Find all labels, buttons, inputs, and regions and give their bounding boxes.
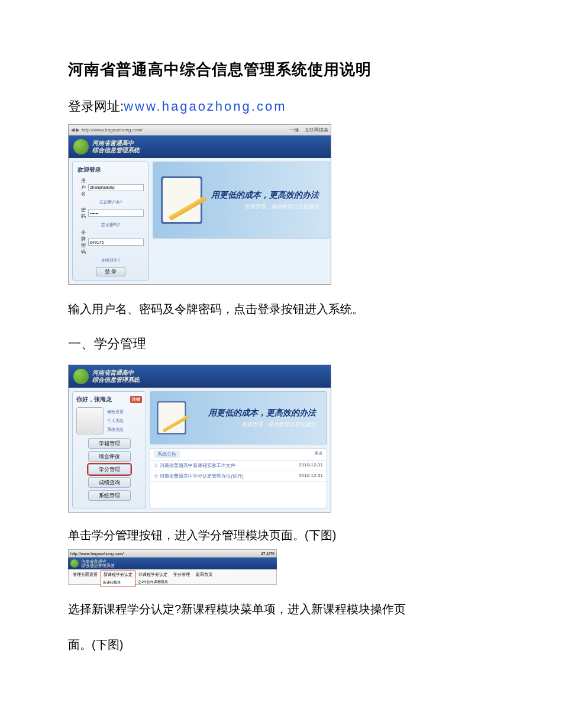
modify-settings-link[interactable]: 修改设置 (107, 409, 142, 415)
notice-link-2[interactable]: ☆ 河南省普通高中学分认定管理办法(试行) (154, 473, 244, 479)
slogan-sub-2: 资源管理，推动教育信息化建设 (208, 421, 316, 429)
login-url-link[interactable]: www.hagaozhong.com (124, 99, 286, 114)
app-title: 河南省普通高中 综合信息管理系统 (92, 140, 140, 154)
forgot-password-link[interactable]: 忘记密码? (77, 222, 144, 228)
login-screenshot: ◀ ▶ http://www.hagaozhong.com/ 一键… 互联网搜索… (68, 124, 331, 285)
app-body-2: 你好，张海龙 注销 修改设置 个人消息 系统消息 学籍管理 综合评价 学分管理 … (69, 388, 331, 512)
system-message-link[interactable]: 系统消息 (107, 427, 142, 433)
credit-management-button[interactable]: 学分管理 (88, 464, 131, 475)
student-status-button[interactable]: 学籍管理 (88, 438, 131, 449)
user-panel: 你好，张海龙 注销 修改设置 个人消息 系统消息 学籍管理 综合评价 学分管理 … (72, 391, 146, 508)
notice-more-link[interactable]: 更多 (315, 450, 323, 458)
personal-message-link[interactable]: 个人消息 (107, 418, 142, 424)
menu-credit-management[interactable]: 学分管理 (170, 571, 193, 579)
browser-bar-3: http://www.hagaozhong.com/ 47.4/79 (68, 549, 277, 558)
menu-return-home[interactable]: 返回首页 (193, 571, 215, 579)
menu-new-course-credit[interactable]: 新课程学分认定 (101, 571, 135, 579)
banner-2: 用更低的成本，更高效的办法 资源管理，推动教育信息化建设 (150, 391, 327, 444)
menu-management-settings[interactable]: 管理方面设置 (70, 571, 101, 579)
content-panel: 用更低的成本，更高效的办法 资源管理，推动教育信息化建设 系统公告 更多 ☆ 河… (150, 391, 327, 508)
app-title-2: 河南省普通高中 综合信息管理系统 (92, 369, 140, 384)
logo-icon (73, 139, 89, 154)
logout-button[interactable]: 注销 (130, 396, 142, 403)
app-body: 欢迎登录 用 户 名 忘记用户名? 密 码 忘记密码? 令牌密码 令牌找不? 登… (69, 158, 331, 284)
app-title-3: 河南省普通中 综合信息管理系统 (81, 559, 114, 568)
app-header-3: 河南省普通中 综合信息管理系统 (68, 558, 277, 569)
system-management-button[interactable]: 系统管理 (88, 490, 131, 501)
token-label: 令牌密码 (77, 229, 86, 255)
token-input[interactable] (88, 239, 144, 246)
login-url-label: 登录网址: (68, 99, 124, 114)
password-input[interactable] (88, 210, 144, 217)
notice-date-2: 2010-12-31 (299, 473, 323, 479)
avatar (76, 407, 104, 434)
instruction-2: 单击学分管理按钮，进入学分管理模块页面。(下图) (68, 526, 494, 545)
menu-non-course-credit[interactable]: 非课程学分认定 (135, 571, 170, 579)
logo-icon (73, 369, 89, 384)
slogan-sub: 资源管理，推动教育信息化建设 (211, 203, 319, 211)
username-label: 用 户 名 (77, 178, 86, 197)
notice-tab[interactable]: 系统公告 (154, 450, 180, 458)
notepad-icon (158, 173, 211, 227)
submenu-new-course-module[interactable]: 新课程模块 (103, 579, 133, 586)
section-1-title: 一、学分管理 (68, 335, 494, 353)
instruction-1: 输入用户名、密码及令牌密码，点击登录按钮进入系统。 (68, 299, 494, 318)
instruction-3a: 选择新课程学分认定?新课程模块菜单项，进入新课程模块操作页 (68, 600, 494, 619)
notice-panel: 系统公告 更多 ☆ 河南省普通高中新课程实验工作文件 2010-12-31 ☆ … (150, 448, 327, 508)
browser-right-3: 47.4/79 (261, 552, 274, 556)
password-label: 密 码 (77, 207, 86, 220)
banner: 用更低的成本，更高效的办法 资源管理，推动教育信息化建设 (153, 162, 330, 239)
notepad-icon (155, 400, 192, 437)
token-help-link[interactable]: 令牌找不? (77, 257, 144, 263)
login-url-line: 登录网址:www.hagaozhong.com (68, 98, 494, 115)
logo-icon (70, 559, 79, 568)
credit-management-screenshot: 河南省普通高中 综合信息管理系统 你好，张海龙 注销 修改设置 个人消息 系统消… (68, 365, 331, 513)
instruction-3b: 面。(下图) (68, 635, 494, 654)
score-query-button[interactable]: 成绩查询 (88, 477, 131, 488)
nav-icons: ◀ ▶ (71, 127, 79, 133)
app-header: 河南省普通高中 综合信息管理系统 (69, 136, 331, 158)
login-panel-title: 欢迎登录 (77, 166, 144, 174)
submenu-year-module: 之1年临年课程模块 (135, 579, 170, 585)
notice-item[interactable]: ☆ 河南省普通高中新课程实验工作文件 2010-12-31 (150, 460, 327, 471)
app-header-2: 河南省普通高中 综合信息管理系统 (69, 365, 331, 388)
main-title: 河南省普通高中综合信息管理系统使用说明 (68, 59, 494, 80)
menu-screenshot: http://www.hagaozhong.com/ 47.4/79 河南省普通… (68, 549, 277, 585)
username-input[interactable] (88, 184, 144, 191)
login-panel: 欢迎登录 用 户 名 忘记用户名? 密 码 忘记密码? 令牌密码 令牌找不? 登… (72, 162, 149, 281)
notice-item[interactable]: ☆ 河南省普通高中学分认定管理办法(试行) 2010-12-31 (150, 471, 327, 482)
browser-address-bar: ◀ ▶ http://www.hagaozhong.com/ 一键… 互联网搜索 (69, 125, 331, 136)
comprehensive-eval-button[interactable]: 综合评价 (88, 451, 131, 462)
login-button[interactable]: 登 录 (96, 267, 125, 276)
menu-bar: 管理方面设置 新课程学分认定 新课程模块 非课程学分认定 之1年临年课程模块 学… (68, 569, 277, 585)
forgot-username-link[interactable]: 忘记用户名? (77, 199, 144, 205)
slogan-main: 用更低的成本，更高效的办法 (211, 190, 319, 201)
user-greeting: 你好，张海龙 (76, 395, 112, 404)
notice-link-1[interactable]: ☆ 河南省普通高中新课程实验工作文件 (154, 462, 235, 469)
address-url: http://www.hagaozhong.com/ (82, 127, 143, 133)
address-url-3: http://www.hagaozhong.com/ (70, 552, 124, 556)
browser-right-text: 一键… 互联网搜索 (289, 127, 328, 133)
slogan-main-2: 用更低的成本，更高效的办法 (208, 408, 316, 418)
notice-date-1: 2010-12-31 (299, 462, 323, 469)
